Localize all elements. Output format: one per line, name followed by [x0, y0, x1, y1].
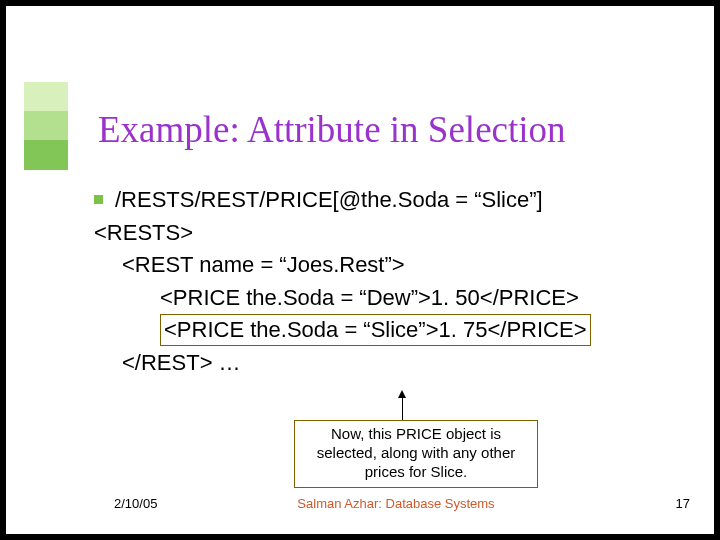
arrow-up-icon: [402, 396, 403, 420]
bullet-icon: [94, 195, 103, 204]
bullet-line: /RESTS/REST/PRICE[@the.Soda = “Slice”]: [94, 184, 684, 217]
accent-bar: [24, 82, 68, 170]
code-line-5: </REST> …: [94, 347, 684, 380]
code-line-3: <PRICE the.Soda = “Dew”>1. 50</PRICE>: [94, 282, 684, 315]
code-line-2: <REST name = “Joes.Rest”>: [94, 249, 684, 282]
slide: Example: Attribute in Selection /RESTS/R…: [6, 6, 714, 534]
code-line-4: <PRICE the.Soda = “Slice”>1. 75</PRICE>: [94, 314, 684, 347]
footer-date: 2/10/05: [114, 496, 157, 511]
slide-title: Example: Attribute in Selection: [98, 108, 566, 151]
bullet-text: /RESTS/REST/PRICE[@the.Soda = “Slice”]: [115, 187, 543, 212]
footer-author: Salman Azhar: Database Systems: [266, 496, 526, 511]
slide-content: /RESTS/REST/PRICE[@the.Soda = “Slice”] <…: [94, 184, 684, 379]
code-line-1: <RESTS>: [94, 217, 684, 250]
callout-box: Now, this PRICE object is selected, alon…: [294, 420, 538, 488]
highlighted-code: <PRICE the.Soda = “Slice”>1. 75</PRICE>: [160, 314, 591, 346]
footer-page-number: 17: [676, 496, 690, 511]
footer: 2/10/05 Salman Azhar: Database Systems 1…: [6, 496, 714, 516]
